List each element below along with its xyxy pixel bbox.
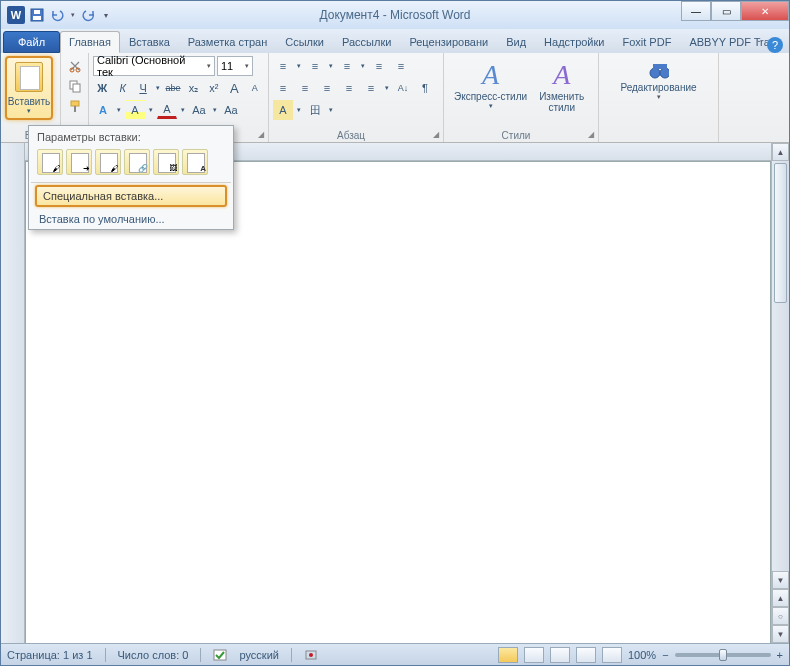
shading-dropdown-icon[interactable]: ▾ [295, 100, 303, 120]
superscript-button[interactable]: x² [205, 78, 223, 98]
font-dialog-icon[interactable]: ◢ [258, 130, 268, 139]
paste-keep-source-button[interactable]: 🖌 [37, 149, 63, 175]
tab-addins[interactable]: Надстройки [535, 31, 613, 53]
help-icon[interactable]: ? [767, 37, 783, 53]
text-effects-button[interactable]: A [93, 100, 113, 120]
align-center-button[interactable]: ≡ [295, 78, 315, 98]
paste-keep-text-button[interactable]: 🖌 [95, 149, 121, 175]
document-page[interactable] [25, 161, 771, 643]
highlight-button[interactable]: A [125, 100, 145, 120]
status-macro-icon[interactable] [304, 648, 318, 662]
redo-icon[interactable] [81, 7, 97, 23]
minimize-button[interactable]: — [681, 1, 711, 21]
show-marks-button[interactable]: ¶ [415, 78, 435, 98]
text-effects-dropdown-icon[interactable]: ▾ [115, 100, 123, 120]
align-left-button[interactable]: ≡ [273, 78, 293, 98]
paste-default-menu-item[interactable]: Вставка по умолчанию... [29, 209, 233, 229]
decrease-indent-button[interactable]: ≡ [369, 56, 389, 76]
format-painter-icon[interactable] [65, 96, 85, 116]
bullets-button[interactable]: ≡ [273, 56, 293, 76]
subscript-button[interactable]: x₂ [184, 78, 202, 98]
tab-insert[interactable]: Вставка [120, 31, 179, 53]
paragraph-dialog-icon[interactable]: ◢ [433, 130, 443, 139]
font-name-combo[interactable]: Calibri (Основной тек▾ [93, 56, 215, 76]
maximize-button[interactable]: ▭ [711, 1, 741, 21]
tab-file[interactable]: Файл [3, 31, 60, 53]
zoom-value[interactable]: 100% [628, 649, 656, 661]
multilevel-dropdown-icon[interactable]: ▾ [359, 56, 367, 76]
tab-mailings[interactable]: Рассылки [333, 31, 400, 53]
scroll-down-button[interactable]: ▼ [772, 571, 789, 589]
zoom-in-button[interactable]: + [777, 649, 783, 661]
styles-dialog-icon[interactable]: ◢ [588, 130, 598, 139]
undo-dropdown-icon[interactable]: ▾ [69, 7, 77, 23]
strikethrough-button[interactable]: abe [164, 78, 182, 98]
highlight-dropdown-icon[interactable]: ▾ [147, 100, 155, 120]
change-case-dropdown-icon[interactable]: ▾ [211, 100, 219, 120]
quick-styles-button[interactable]: A Экспресс-стили ▾ [448, 59, 533, 110]
borders-button[interactable]: 田 [305, 100, 325, 120]
zoom-thumb[interactable] [719, 649, 727, 661]
view-web-button[interactable] [550, 647, 570, 663]
zoom-out-button[interactable]: − [662, 649, 668, 661]
status-page[interactable]: Страница: 1 из 1 [7, 649, 93, 661]
paste-dropdown-icon[interactable]: ▾ [27, 107, 31, 115]
tab-references[interactable]: Ссылки [276, 31, 333, 53]
status-language[interactable]: русский [239, 649, 278, 661]
tab-view[interactable]: Вид [497, 31, 535, 53]
cut-icon[interactable] [65, 56, 85, 76]
change-styles-button[interactable]: A Изменить стили [533, 59, 590, 113]
scroll-thumb[interactable] [774, 163, 787, 303]
view-draft-button[interactable] [602, 647, 622, 663]
tab-home[interactable]: Главная [60, 31, 120, 53]
bold-button[interactable]: Ж [93, 78, 111, 98]
view-fullscreen-button[interactable] [524, 647, 544, 663]
line-spacing-button[interactable]: ≡ [361, 78, 381, 98]
paste-picture-button[interactable]: 🖼 [153, 149, 179, 175]
bullets-dropdown-icon[interactable]: ▾ [295, 56, 303, 76]
font-size-combo[interactable]: 11▾ [217, 56, 253, 76]
save-icon[interactable] [29, 7, 45, 23]
change-case-button[interactable]: Aa [189, 100, 209, 120]
multilevel-button[interactable]: ≡ [337, 56, 357, 76]
vertical-ruler[interactable] [1, 143, 25, 643]
scroll-up-button[interactable]: ▲ [772, 143, 789, 161]
find-button[interactable]: Редактирование ▾ [620, 61, 696, 101]
copy-icon[interactable] [65, 76, 85, 96]
clear-formatting-button[interactable]: Aa [221, 100, 241, 120]
numbering-button[interactable]: ≡ [305, 56, 325, 76]
numbering-dropdown-icon[interactable]: ▾ [327, 56, 335, 76]
tab-layout[interactable]: Разметка стран [179, 31, 276, 53]
tab-review[interactable]: Рецензировани [400, 31, 497, 53]
sort-button[interactable]: А↓ [393, 78, 413, 98]
paste-special-menu-item[interactable]: Специальная вставка... [35, 185, 227, 207]
italic-button[interactable]: К [113, 78, 131, 98]
view-outline-button[interactable] [576, 647, 596, 663]
align-right-button[interactable]: ≡ [317, 78, 337, 98]
close-button[interactable]: ✕ [741, 1, 789, 21]
paste-button[interactable]: Вставить ▾ [5, 56, 53, 120]
vertical-scrollbar[interactable]: ▲ ▼ ▲ ○ ▼ [771, 143, 789, 643]
paste-text-only-button[interactable]: A [182, 149, 208, 175]
underline-button[interactable]: Ч [134, 78, 152, 98]
status-proofing-icon[interactable] [213, 648, 227, 662]
next-page-button[interactable]: ▼ [772, 625, 789, 643]
increase-indent-button[interactable]: ≡ [391, 56, 411, 76]
undo-icon[interactable] [49, 7, 65, 23]
scroll-track[interactable] [772, 305, 789, 571]
tab-foxit[interactable]: Foxit PDF [613, 31, 680, 53]
prev-page-button[interactable]: ▲ [772, 589, 789, 607]
status-word-count[interactable]: Число слов: 0 [118, 649, 189, 661]
font-color-dropdown-icon[interactable]: ▾ [179, 100, 187, 120]
view-print-layout-button[interactable] [498, 647, 518, 663]
browse-object-button[interactable]: ○ [772, 607, 789, 625]
word-icon[interactable]: W [7, 6, 25, 24]
shading-button[interactable]: A [273, 100, 293, 120]
shrink-font-button[interactable]: A [246, 78, 264, 98]
paste-merge-button[interactable]: ➜ [66, 149, 92, 175]
spacing-dropdown-icon[interactable]: ▾ [383, 78, 391, 98]
borders-dropdown-icon[interactable]: ▾ [327, 100, 335, 120]
paste-link-button[interactable]: 🔗 [124, 149, 150, 175]
collapse-ribbon-icon[interactable]: ˇ [757, 39, 761, 51]
grow-font-button[interactable]: A [225, 78, 243, 98]
